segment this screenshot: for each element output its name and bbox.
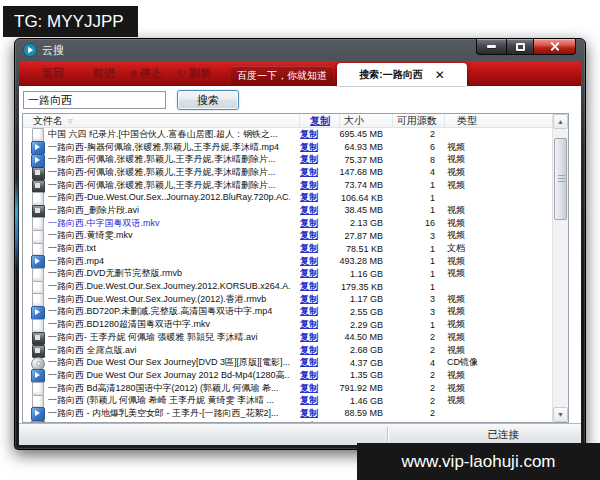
header-size[interactable]: 大小	[340, 114, 393, 127]
source-count: 2	[383, 396, 435, 406]
copy-link[interactable]: 复制	[300, 305, 330, 318]
table-row[interactable]: 一路向西 - 内地爆乳美空女郎 - 王李丹-[一路向西_花絮2]...复制88.…	[23, 407, 552, 420]
table-row[interactable]: 一路向西_删除片段.avi复制38.45 MB1视频	[23, 204, 552, 217]
search-button[interactable]: 搜索	[177, 90, 239, 110]
file-size: 147.68 MB	[330, 167, 383, 177]
source-count: 4	[383, 358, 435, 368]
file-type: 视频	[435, 204, 552, 217]
scroll-up-icon[interactable]: ▲	[553, 114, 568, 129]
table-row[interactable]: 一路向西.BD1280超清国粤双语中字.mkv复制2.29 GB1视频	[23, 318, 552, 331]
file-type: CD镜像	[435, 356, 552, 369]
copy-link[interactable]: 复制	[300, 407, 330, 420]
copy-link[interactable]: 复制	[300, 166, 330, 179]
file-type: 视频	[435, 318, 552, 331]
file-size: 4.37 GB	[330, 358, 383, 368]
file-icon	[31, 395, 44, 407]
stop-button[interactable]: ■停止	[130, 66, 162, 81]
table-row[interactable]: 中国 六四 纪录片.[中国合伙人.富春山居图.超人：钢铁之...复制695.45…	[23, 128, 552, 141]
tab-search-result[interactable]: 搜索:一路向西 ✕	[337, 63, 467, 86]
table-row[interactable]: 一路向西.Due.West.Our.Sex.Journey.(2012).香港.…	[23, 293, 552, 306]
refresh-button[interactable]: ↻刷新	[177, 66, 211, 81]
header-copy[interactable]: 复制	[310, 114, 340, 127]
copy-link[interactable]: 复制	[300, 293, 330, 306]
clip-icon	[31, 179, 44, 191]
table-row[interactable]: 一路向西 Due West Our Sex Journey[DVD 3區][原版…	[23, 356, 552, 369]
file-icon	[31, 243, 44, 255]
table-row[interactable]: 一路向西.txt复制78.51 KB1文档	[23, 242, 552, 255]
source-count: 16	[383, 218, 435, 228]
file-type: 视频	[435, 305, 552, 318]
source-count: 2	[383, 408, 435, 418]
titlebar[interactable]: 云搜	[15, 39, 585, 61]
table-row[interactable]: 一路向西- 王李丹妮 何佩瑜 張暖雅 郭頴兒 李沐晴.avi复制44.50 MB…	[23, 331, 552, 344]
table-row[interactable]: 一路向西-何佩瑜,张暖雅,郭颖儿,王李丹妮,李沐晴删除片...复制73.74 M…	[23, 179, 552, 192]
copy-link[interactable]: 复制	[300, 128, 330, 141]
file-size: 1.16 GB	[330, 269, 383, 279]
copy-link[interactable]: 复制	[300, 141, 330, 154]
table-row[interactable]: 一路向西 全露点版.avi复制2.68 GB2视频	[23, 344, 552, 357]
window-controls	[476, 39, 576, 55]
file-icon	[31, 268, 44, 280]
tab-baidu[interactable]: 百度一下，你就知道	[231, 66, 333, 86]
table-row[interactable]: 一路向西.黄绮雯.mkv复制27.87 MB3视频	[23, 230, 552, 243]
copy-link[interactable]: 复制	[300, 242, 330, 255]
file-name: 一路向西-何佩瑜,张暖雅,郭颖儿,王李丹妮,李沐晴删除片...	[48, 179, 290, 192]
close-button[interactable]	[534, 39, 576, 55]
bottom-banner: www.vip-laohuji.com	[357, 443, 600, 480]
file-name: 一路向西 (郭颖儿 何佩瑜 希崎 王李丹妮 黄绮雯 李沐晴 ...	[48, 394, 290, 407]
copy-link[interactable]: 复制	[300, 318, 330, 331]
statusbar-divider	[387, 427, 388, 442]
copy-link[interactable]: 复制	[300, 369, 330, 382]
copy-link[interactable]: 复制	[300, 280, 330, 293]
copy-link[interactable]: 复制	[300, 255, 330, 268]
copy-link[interactable]: 复制	[300, 217, 330, 230]
file-size: 75.37 MB	[330, 155, 383, 165]
close-icon	[549, 41, 560, 52]
table-row[interactable]: 一路向西-何佩瑜,张暖雅,郭颖儿,王李丹妮,李沐晴删除片...复制147.68 …	[23, 166, 552, 179]
scrollbar-thumb[interactable]	[554, 138, 567, 220]
video-icon	[31, 306, 44, 318]
table-row[interactable]: 一路向西 Due West Our Sex Journay 2012 Bd-Mp…	[23, 369, 552, 382]
copy-link[interactable]: 复制	[300, 356, 330, 369]
table-row[interactable]: 一路向西复制	[23, 420, 552, 422]
copy-link[interactable]: 复制	[300, 331, 330, 344]
header-type[interactable]: 类型	[445, 114, 552, 127]
file-icon	[31, 192, 44, 204]
minimize-button[interactable]	[476, 39, 506, 55]
file-name: 一路向西 Due West Our Sex Journay 2012 Bd-Mp…	[48, 369, 290, 382]
maximize-button[interactable]	[506, 39, 534, 55]
copy-link[interactable]: 复制	[300, 191, 330, 204]
header-sources[interactable]: 可用源数	[393, 114, 445, 127]
copy-link[interactable]: 复制	[300, 382, 330, 395]
scrollbar[interactable]: ▲ ▼	[552, 114, 568, 422]
table-row[interactable]: 一路向西-Due.West.Our.Sex..Journay.2012.BluR…	[23, 191, 552, 204]
copy-link[interactable]: 复制	[300, 344, 330, 357]
source-count: 4	[383, 167, 435, 177]
copy-link[interactable]: 复制	[300, 394, 330, 407]
source-count: 1	[383, 244, 435, 254]
table-row[interactable]: 一路向西.DVD无删节完整版.rmvb复制1.16 GB1视频	[23, 268, 552, 281]
tab-close-icon[interactable]: ✕	[435, 69, 445, 81]
file-size: 1.17 GB	[330, 294, 383, 304]
table-row[interactable]: 一路向西.Due.West.Our.Sex.Journey.2012.KORSU…	[23, 280, 552, 293]
maximize-icon	[516, 43, 525, 51]
header-filename[interactable]: 文件名 ▽	[23, 114, 300, 127]
copy-link[interactable]: 复制	[300, 267, 330, 280]
table-row[interactable]: 一路向西-何佩瑜,张暖雅,郭颖儿,王李丹妮,李沐晴删除片...复制75.37 M…	[23, 153, 552, 166]
file-name: 一路向西	[48, 420, 290, 422]
search-input[interactable]	[23, 91, 166, 109]
forward-button[interactable]: →前进	[79, 66, 115, 81]
copy-link[interactable]: 复制	[300, 179, 330, 192]
back-button[interactable]: ←返回	[28, 66, 64, 81]
copy-link[interactable]: 复制	[300, 420, 330, 422]
table-row[interactable]: 一路向西.中字国粤双语.mkv复制2.13 GB16视频	[23, 217, 552, 230]
scroll-down-icon[interactable]: ▼	[553, 407, 568, 422]
copy-link[interactable]: 复制	[300, 153, 330, 166]
table-row[interactable]: 一路向西 (郭颖儿 何佩瑜 希崎 王李丹妮 黄绮雯 李沐晴 ...复制1.46 …	[23, 394, 552, 407]
table-row[interactable]: 一路向西 Bd高清1280国语中字(2012) (郭颖儿 何佩瑜 希...复制7…	[23, 382, 552, 395]
table-row[interactable]: 一路向西.BD720P.未删减.完整版.高清国粤双语中字.mp4复制2.55 G…	[23, 306, 552, 319]
table-row[interactable]: 一路向西-胸器何佩瑜,张暖雅,郭颖儿,王李丹妮,李沐晴.mp4复制64.93 M…	[23, 141, 552, 154]
table-row[interactable]: 一路向西.mp4复制493.28 MB1视频	[23, 255, 552, 268]
copy-link[interactable]: 复制	[300, 229, 330, 242]
copy-link[interactable]: 复制	[300, 204, 330, 217]
